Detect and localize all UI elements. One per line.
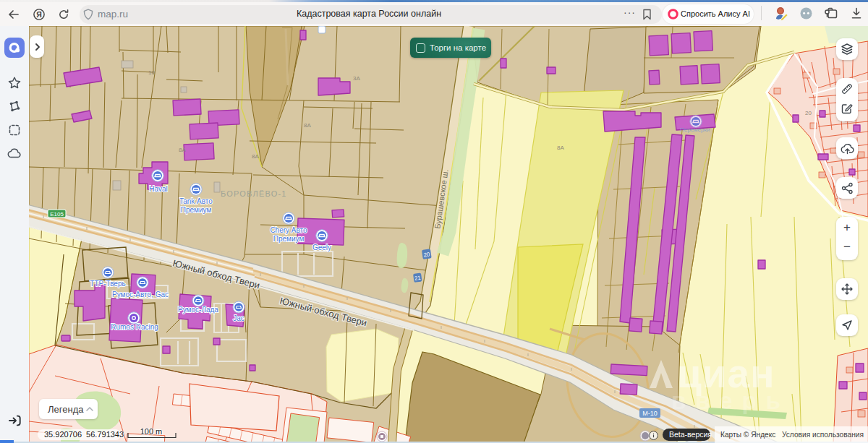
svg-text:Tank Авто: Tank Авто — [179, 197, 213, 205]
svg-text:Chery Авто: Chery Авто — [270, 226, 307, 234]
svg-text:М-10: М-10 — [642, 410, 658, 417]
svg-text:Румос-Авто, Gac: Румос-Авто, Gac — [112, 291, 169, 298]
svg-text:Премиум: Премиум — [181, 206, 212, 214]
svg-text:10: 10 — [148, 69, 155, 76]
svg-text:8А: 8А — [557, 145, 564, 151]
svg-text:20: 20 — [423, 251, 431, 258]
svg-text:Haval: Haval — [149, 185, 168, 193]
svg-text:ТТР-Тверь: ТТР-Тверь — [90, 280, 125, 288]
svg-text:Румос-Лада: Румос-Лада — [178, 306, 218, 314]
svg-text:8А: 8А — [179, 147, 186, 153]
svg-text:вверь: вверь — [671, 387, 790, 414]
svg-text:20: 20 — [805, 110, 812, 116]
svg-text:БОРОВЛЁВО-1: БОРОВЛЁВО-1 — [221, 189, 287, 198]
svg-text:E105: E105 — [50, 211, 64, 218]
svg-text:Премиум: Премиум — [273, 235, 305, 243]
svg-text:21: 21 — [414, 275, 422, 282]
svg-text:Geely: Geely — [312, 244, 331, 251]
svg-text:3А: 3А — [353, 75, 360, 82]
svg-text:Jac: Jac — [233, 314, 244, 322]
svg-text:8А: 8А — [304, 122, 311, 129]
svg-text:Перемерки: Перемерки — [680, 126, 710, 133]
svg-text:8А: 8А — [252, 153, 259, 160]
svg-text:Rumos Racing: Rumos Racing — [111, 323, 158, 331]
